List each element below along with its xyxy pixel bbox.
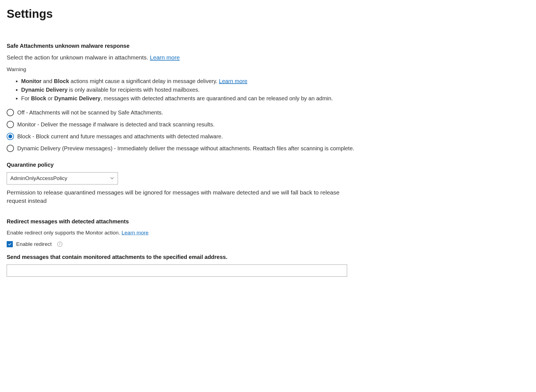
response-heading: Safe Attachments unknown malware respons… <box>7 42 529 50</box>
quarantine-select[interactable]: AdminOnlyAccessPolicy <box>7 172 118 184</box>
quarantine-heading: Quarantine policy <box>7 161 529 169</box>
warning-and-word: and <box>41 78 54 84</box>
radio-icon <box>7 145 14 152</box>
warning-item-2: Dynamic Delivery is only available for r… <box>21 86 529 94</box>
send-messages-heading: Send messages that contain monitored att… <box>7 253 529 261</box>
warning-item1-tail: actions might cause a significant delay … <box>69 78 219 84</box>
radio-label-monitor: Monitor - Deliver the message if malware… <box>17 121 214 129</box>
warning-item-3: For Block or Dynamic Delivery, messages … <box>21 94 529 103</box>
warning-label: Warning <box>7 66 529 73</box>
warning-dynamic-word: Dynamic Delivery <box>21 87 68 93</box>
redirect-heading: Redirect messages with detected attachme… <box>7 218 529 226</box>
redirect-description: Enable redirect only supports the Monito… <box>7 229 529 237</box>
enable-redirect-label: Enable redirect <box>16 240 52 248</box>
radio-label-off: Off - Attachments will not be scanned by… <box>17 109 163 117</box>
radio-icon <box>7 133 14 140</box>
radio-option-off[interactable]: Off - Attachments will not be scanned by… <box>7 109 529 117</box>
checkmark-icon <box>8 242 12 246</box>
enable-redirect-row: Enable redirect i <box>7 240 529 248</box>
quarantine-select-value: AdminOnlyAccessPolicy <box>7 172 118 184</box>
response-radio-group: Off - Attachments will not be scanned by… <box>7 109 529 153</box>
radio-option-block[interactable]: Block - Block current and future message… <box>7 133 529 141</box>
page-title: Settings <box>7 6 529 23</box>
warning-item3-prefix: For <box>21 95 31 101</box>
radio-label-block: Block - Block current and future message… <box>17 133 223 141</box>
warning-item3-tail: , messages with detected attachments are… <box>101 95 333 101</box>
redirect-description-text: Enable redirect only supports the Monito… <box>7 230 122 236</box>
warning-block-word: Block <box>54 78 69 84</box>
redirect-email-input[interactable] <box>7 264 347 277</box>
warning-item-1: Monitor and Block actions might cause a … <box>21 77 529 85</box>
info-icon[interactable]: i <box>57 242 62 247</box>
radio-icon <box>7 109 14 116</box>
warning-item3-dynamic: Dynamic Delivery <box>54 95 101 101</box>
response-learn-more-link[interactable]: Learn more <box>150 54 180 61</box>
radio-label-dynamic: Dynamic Delivery (Preview messages) - Im… <box>17 144 354 153</box>
response-description-text: Select the action for unknown malware in… <box>7 54 150 61</box>
warning-monitor-word: Monitor <box>21 78 41 84</box>
redirect-learn-more-link[interactable]: Learn more <box>122 230 149 236</box>
warning-item3-block: Block <box>31 95 46 101</box>
warning-list: Monitor and Block actions might cause a … <box>7 77 529 103</box>
warning-item3-or: or <box>46 95 54 101</box>
radio-option-monitor[interactable]: Monitor - Deliver the message if malware… <box>7 121 529 129</box>
warning-item2-tail: is only available for recipients with ho… <box>68 87 200 93</box>
radio-option-dynamic[interactable]: Dynamic Delivery (Preview messages) - Im… <box>7 144 529 153</box>
enable-redirect-checkbox[interactable] <box>7 241 13 247</box>
radio-icon <box>7 121 14 128</box>
response-description: Select the action for unknown malware in… <box>7 53 529 62</box>
warning-item1-link[interactable]: Learn more <box>219 78 247 84</box>
quarantine-helper: Permission to release quarantined messag… <box>7 188 343 205</box>
